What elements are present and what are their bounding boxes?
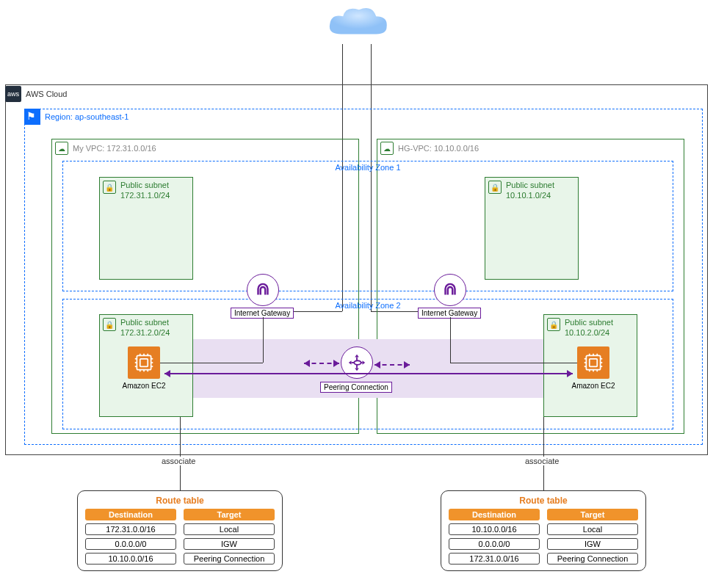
connector-line [450,317,451,363]
igw-left-icon [247,274,279,306]
diagram-canvas: aws AWS Cloud Region: ap-southeast-1 ☁ M… [0,0,713,588]
aws-cloud-label: AWS Cloud [26,90,67,98]
subnet-lock-icon: 🔒 [488,181,502,194]
connector-line [263,317,264,363]
subnet-lock-icon: 🔒 [103,181,116,194]
rt-cell: IGW [547,538,638,550]
az1-label: Availability Zone 1 [62,163,673,172]
rt-header-dest: Destination [449,509,540,520]
igw-right-icon [434,274,466,306]
subnet-title: Public subnet [565,318,634,328]
subnet-left-az1: 🔒 Public subnet 172.31.1.0/24 [99,177,193,280]
rt-header-target: Target [547,509,638,520]
internet-cloud-icon [325,4,391,45]
subnet-cidr: 10.10.1.0/24 [506,191,575,201]
rt-cell: IGW [184,538,275,550]
svg-rect-0 [137,355,151,369]
ec2-left-label: Amazon EC2 [117,382,170,390]
rt-cell: 172.31.0.0/16 [449,553,540,565]
rt-cell: Local [184,523,275,535]
route-table-title: Route table [449,496,638,506]
subnet-lock-icon: 🔒 [547,318,560,331]
ec2-right-icon [577,346,609,379]
subnet-title: Public subnet [120,318,189,328]
svg-rect-1 [140,359,148,367]
vpc-right-label: HG-VPC: 10.10.0.0/16 [398,144,479,153]
rt-cell: 10.10.0.0/16 [449,523,540,535]
rt-cell: Peering Connection [547,553,638,565]
peering-arrow-right [374,364,410,366]
connector-line [450,363,577,363]
vpc-icon: ☁ [55,142,68,155]
peering-label: Peering Connection [320,382,392,393]
ec2-left-icon [128,346,160,379]
subnet-lock-icon: 🔒 [103,318,116,331]
subnet-cidr: 10.10.2.0/24 [565,328,634,338]
aws-logo-icon: aws [5,86,21,102]
route-table-title: Route table [85,496,275,506]
region-flag-icon [24,109,40,125]
subnet-cidr: 172.31.2.0/24 [120,328,189,338]
svg-rect-14 [586,355,600,369]
aws-cloud-header: aws AWS Cloud [5,86,67,102]
az2-label: Availability Zone 2 [62,301,673,310]
ec2-peering-double-arrow [164,373,573,374]
associate-right-label: associate [524,457,560,465]
subnet-cidr: 172.31.1.0/24 [120,191,189,201]
route-table-left: Route table Destination 172.31.0.0/16 0.… [77,490,283,571]
rt-header-dest: Destination [85,509,176,520]
route-table-right: Route table Destination 10.10.0.0/16 0.0… [441,490,646,571]
associate-line-right [543,417,544,490]
rt-cell: Local [547,523,638,535]
vpc-right-header: ☁ HG-VPC: 10.10.0.0/16 [380,142,479,155]
region-header: Region: ap-southeast-1 [24,109,129,125]
region-label: Region: ap-southeast-1 [45,112,129,121]
rt-cell: 0.0.0.0/0 [85,538,176,550]
connector-line [160,363,263,363]
associate-left-label: associate [160,457,197,465]
subnet-title: Public subnet [120,181,189,191]
subnet-title: Public subnet [506,181,575,191]
rt-cell: 0.0.0.0/0 [449,538,540,550]
vpc-left-header: ☁ My VPC: 172.31.0.0/16 [55,142,156,155]
rt-header-target: Target [184,509,275,520]
vpc-left-label: My VPC: 172.31.0.0/16 [73,144,156,153]
rt-cell: 172.31.0.0/16 [85,523,176,535]
subnet-right-az1: 🔒 Public subnet 10.10.1.0/24 [485,177,579,280]
ec2-right-label: Amazon EC2 [567,382,620,390]
associate-line-left [180,417,181,490]
rt-cell: 10.10.0.0/16 [85,553,176,565]
svg-rect-15 [590,359,598,367]
peering-arrow-left [304,363,339,364]
rt-cell: Peering Connection [184,553,275,565]
connector-line [371,44,372,85]
connector-line [342,44,343,85]
vpc-icon: ☁ [380,142,394,155]
